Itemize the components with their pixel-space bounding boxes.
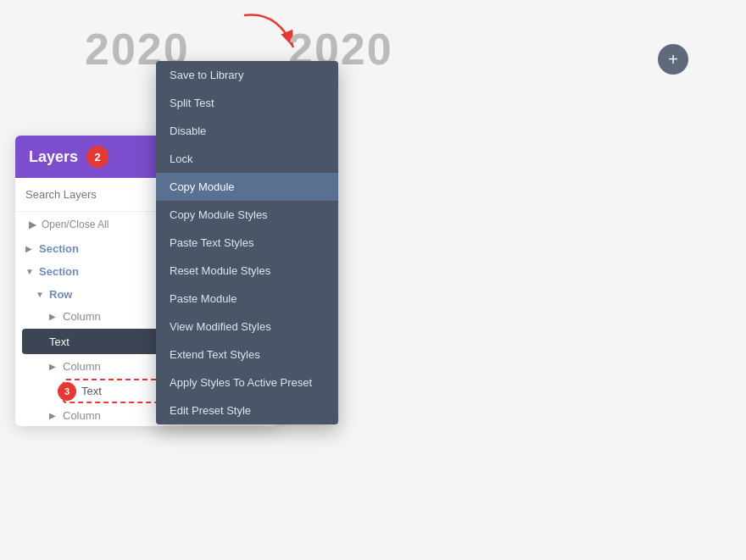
menu-reset-module-styles[interactable]: Reset Module Styles bbox=[156, 257, 338, 285]
plus-button[interactable]: + bbox=[658, 44, 688, 75]
menu-apply-styles-preset[interactable]: Apply Styles To Active Preset bbox=[156, 369, 338, 396]
menu-save-library[interactable]: Save to Library bbox=[156, 61, 338, 89]
section1-label: Section bbox=[39, 242, 79, 255]
column1-label: Column bbox=[63, 310, 101, 323]
text-dashed-label: Text bbox=[81, 385, 102, 397]
text-active-label: Text bbox=[49, 335, 70, 348]
menu-view-modified-styles[interactable]: View Modified Styles bbox=[156, 313, 338, 341]
open-close-toggle: ▶ bbox=[29, 219, 36, 230]
layers-title: Layers bbox=[29, 148, 78, 166]
menu-lock[interactable]: Lock bbox=[156, 145, 338, 173]
column1-toggle[interactable]: ▶ bbox=[49, 312, 59, 321]
menu-paste-module[interactable]: Paste Module bbox=[156, 285, 338, 313]
menu-extend-text-styles[interactable]: Extend Text Styles bbox=[156, 341, 338, 369]
menu-paste-text-styles[interactable]: Paste Text Styles bbox=[156, 229, 338, 257]
column2-label: Column bbox=[63, 360, 101, 373]
row-label: Row bbox=[49, 288, 72, 301]
menu-disable[interactable]: Disable bbox=[156, 117, 338, 145]
menu-split-test[interactable]: Split Test bbox=[156, 89, 338, 117]
canvas-area: 2020 2020 + Layers 2 ▶ Open/Close All ▶ … bbox=[0, 0, 746, 560]
menu-copy-module[interactable]: Copy Module bbox=[156, 173, 338, 201]
section2-toggle[interactable]: ▼ bbox=[25, 267, 36, 276]
section2-label: Section bbox=[39, 265, 79, 278]
context-menu: Save to Library Split Test Disable Lock … bbox=[156, 61, 338, 424]
section1-toggle[interactable]: ▶ bbox=[25, 244, 36, 253]
menu-copy-module-styles[interactable]: Copy Module Styles bbox=[156, 201, 338, 229]
open-close-label: Open/Close All bbox=[42, 219, 109, 230]
row-toggle[interactable]: ▼ bbox=[36, 290, 46, 299]
column3-label: Column bbox=[63, 409, 101, 422]
badge-2: 2 bbox=[86, 146, 109, 168]
column2-toggle[interactable]: ▶ bbox=[49, 362, 59, 371]
badge-3: 3 bbox=[58, 382, 76, 401]
menu-edit-preset-style[interactable]: Edit Preset Style bbox=[156, 396, 338, 424]
column3-toggle[interactable]: ▶ bbox=[49, 411, 59, 420]
